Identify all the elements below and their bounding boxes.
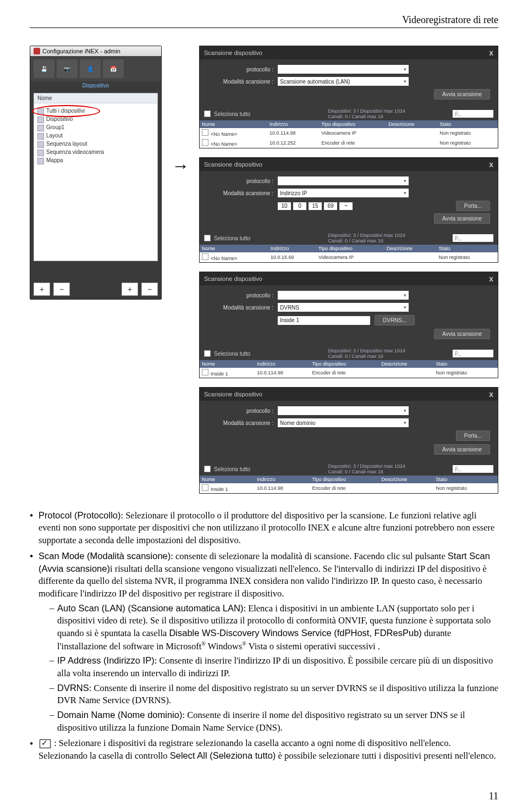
row-checkbox[interactable] bbox=[202, 253, 208, 260]
device-table: NomeIndirizzoTipo dispositivoDescrizione… bbox=[200, 476, 498, 493]
col-header[interactable]: Tipo dispositivo bbox=[310, 476, 379, 483]
chevron-down-icon: ▾ bbox=[404, 292, 406, 298]
ip-octet[interactable]: ~ bbox=[339, 202, 353, 210]
field-label: protocollo : bbox=[207, 292, 278, 299]
row-checkbox[interactable] bbox=[202, 484, 208, 491]
field-label: Modalità scansione : bbox=[207, 79, 278, 85]
col-header[interactable]: Tipo dispositivo bbox=[316, 245, 384, 252]
port-button[interactable]: Porta... bbox=[456, 201, 490, 211]
col-header[interactable]: Tipo dispositivo bbox=[319, 120, 386, 128]
close-icon[interactable]: x bbox=[489, 390, 493, 399]
start-scan-button[interactable]: Avvia scansione bbox=[434, 444, 490, 455]
dvrns-button[interactable]: DVRNS... bbox=[375, 315, 415, 325]
select-all-checkbox[interactable] bbox=[204, 235, 211, 241]
port-button[interactable]: Porta... bbox=[456, 430, 490, 441]
search-input[interactable]: ρ_ bbox=[453, 110, 493, 118]
col-header[interactable]: Stato bbox=[438, 120, 498, 128]
close-icon[interactable]: x bbox=[489, 274, 493, 283]
table-row[interactable]: <No Name>10.0.114.98Videocamera IPNon re… bbox=[200, 128, 498, 138]
combo-modalitscansione[interactable]: Indirizzo IP▾ bbox=[278, 189, 409, 197]
combo-protocollo[interactable]: ▾ bbox=[278, 176, 409, 185]
search-input[interactable]: ρ_ bbox=[453, 465, 493, 473]
bullet-scanmode: Scan Mode (Modalità scansione): consente… bbox=[30, 550, 498, 734]
tree-item[interactable]: Sequenza videocamera bbox=[34, 148, 157, 156]
ip-octet[interactable]: 0 bbox=[293, 202, 306, 210]
ip-octet[interactable]: 69 bbox=[324, 202, 337, 210]
tool-calendar-icon[interactable]: 📅 bbox=[103, 59, 124, 78]
col-header[interactable]: Stato bbox=[434, 476, 498, 483]
dvrns-name-input[interactable]: Inside 1 bbox=[278, 316, 370, 325]
tree-item[interactable]: Dispositivo bbox=[34, 115, 157, 123]
tree-item[interactable]: Mappa bbox=[34, 156, 157, 164]
col-header[interactable]: Stato bbox=[434, 360, 498, 368]
start-scan-button[interactable]: Avvia scansione bbox=[434, 329, 490, 339]
col-header[interactable]: Indirizzo bbox=[267, 120, 319, 128]
col-header[interactable]: Nome bbox=[200, 360, 255, 368]
combo-modalitscansione[interactable]: Nome dominio▾ bbox=[278, 418, 409, 427]
select-all-checkbox[interactable] bbox=[204, 111, 211, 117]
row-checkbox[interactable] bbox=[202, 129, 208, 136]
scan-dialog: Scansione dispositivoxprotocollo :▾Modal… bbox=[199, 46, 498, 148]
add-button[interactable]: + bbox=[34, 283, 50, 296]
combo-protocollo[interactable]: ▾ bbox=[278, 406, 409, 415]
select-all-label: Seleziona tutto bbox=[214, 351, 250, 357]
col-header[interactable]: Nome bbox=[200, 120, 267, 128]
start-scan-button[interactable]: Avvia scansione bbox=[434, 213, 490, 224]
select-all-checkbox[interactable] bbox=[204, 466, 211, 472]
chevron-down-icon: ▾ bbox=[404, 67, 406, 72]
tree-item[interactable]: Tutti i dispositivi bbox=[34, 107, 157, 115]
field-label: Modalità scansione : bbox=[207, 305, 278, 311]
row-checkbox[interactable] bbox=[202, 369, 208, 375]
start-scan-button[interactable]: Avvia scansione bbox=[434, 89, 490, 100]
col-header[interactable]: Nome bbox=[200, 476, 255, 483]
combo-protocollo[interactable]: ▾ bbox=[278, 291, 409, 300]
ip-octet[interactable]: 10 bbox=[278, 202, 291, 210]
close-icon[interactable]: x bbox=[489, 160, 493, 169]
combo-protocollo[interactable]: ▾ bbox=[278, 65, 409, 74]
chevron-down-icon: ▾ bbox=[404, 79, 406, 84]
label: Protocol (Protocollo) bbox=[38, 510, 120, 520]
combo-modalitscansione[interactable]: DVRNS▾ bbox=[278, 303, 409, 312]
tree-item[interactable]: Group1 bbox=[34, 123, 157, 131]
chevron-down-icon: ▾ bbox=[404, 420, 406, 426]
row-checkbox[interactable] bbox=[202, 139, 208, 146]
search-input[interactable]: ρ_ bbox=[453, 234, 493, 242]
close-icon[interactable]: x bbox=[489, 48, 493, 57]
tool-disk-icon[interactable]: 💾 bbox=[34, 59, 54, 78]
chevron-down-icon: ▾ bbox=[404, 408, 406, 413]
tree-item[interactable]: Layout bbox=[34, 131, 157, 140]
col-header[interactable]: Descrizione bbox=[379, 476, 433, 483]
body-text: Protocol (Protocollo): Selezionare il pr… bbox=[30, 509, 498, 763]
combo-modalitscansione[interactable]: Scansione automatica (LAN)▾ bbox=[278, 77, 409, 86]
col-header[interactable]: Tipo dispositivo bbox=[310, 360, 379, 368]
select-all-checkbox[interactable] bbox=[204, 350, 211, 357]
col-header[interactable]: Nome bbox=[200, 245, 268, 252]
tool-user-icon[interactable]: 👤 bbox=[80, 59, 101, 78]
chevron-down-icon: ▾ bbox=[404, 178, 406, 184]
table-row[interactable]: Inside 110.0.114.98Encoder di reteNon re… bbox=[200, 483, 498, 493]
col-header[interactable]: Indirizzo bbox=[268, 245, 316, 252]
ip-octet[interactable]: 15 bbox=[309, 202, 322, 210]
table-row[interactable]: <No Name>10.0.12.252Encoder di reteNon r… bbox=[200, 138, 498, 148]
remove-button-2[interactable]: − bbox=[141, 283, 158, 296]
device-tab[interactable]: Dispositivo bbox=[30, 81, 161, 90]
table-row[interactable]: Inside 110.0.114.98Encoder di reteNon re… bbox=[200, 368, 498, 378]
stats-text: Dispositivi: 3 / Dispositivi max 1024Can… bbox=[328, 463, 405, 474]
add-button-2[interactable]: + bbox=[122, 283, 138, 296]
col-header[interactable]: Stato bbox=[437, 245, 498, 252]
tool-camera-icon[interactable]: 📷 bbox=[57, 59, 78, 78]
app-icon bbox=[34, 48, 40, 54]
dialog-title: Scansione dispositivo bbox=[204, 49, 262, 56]
search-input[interactable]: ρ_ bbox=[453, 350, 493, 357]
col-header[interactable]: Indirizzo bbox=[255, 476, 310, 483]
col-header[interactable]: Descrizione bbox=[386, 120, 437, 128]
remove-button[interactable]: − bbox=[53, 283, 70, 296]
table-row[interactable]: <No Name>10.0.15.69Videocamera IPNon reg… bbox=[200, 252, 498, 262]
col-header[interactable]: Descrizione bbox=[379, 360, 433, 368]
col-header[interactable]: Indirizzo bbox=[255, 360, 310, 368]
chevron-down-icon: ▾ bbox=[404, 190, 406, 196]
scan-dialog: Scansione dispositivoxprotocollo :▾Modal… bbox=[199, 387, 498, 494]
tree-item[interactable]: Sequenza layout bbox=[34, 140, 157, 148]
stats-text: Dispositivi: 3 / Dispositivi max 1024Can… bbox=[328, 348, 405, 359]
col-header[interactable]: Descrizione bbox=[384, 245, 437, 252]
